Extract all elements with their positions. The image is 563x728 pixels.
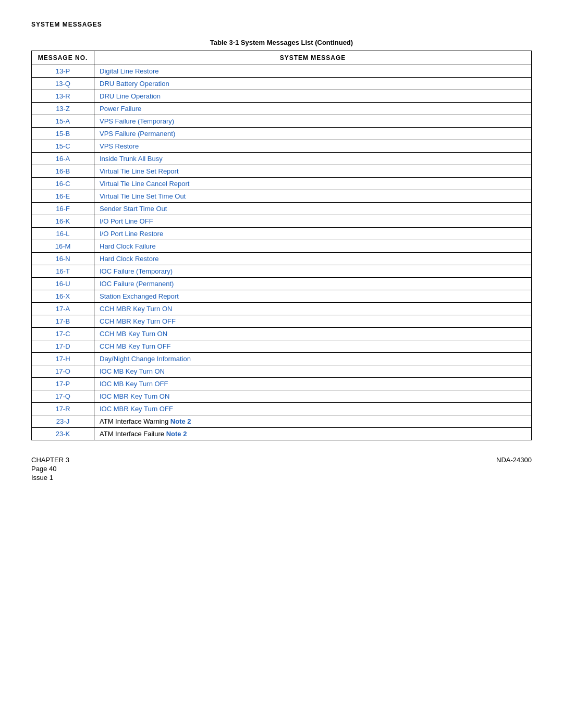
message-number: 13-R bbox=[32, 90, 94, 103]
table-row: 17-ACCH MBR Key Turn ON bbox=[32, 303, 532, 315]
message-number: 16-B bbox=[32, 165, 94, 178]
message-text: IOC Failure (Temporary) bbox=[94, 265, 532, 278]
message-text: VPS Restore bbox=[94, 140, 532, 153]
message-number: 16-U bbox=[32, 278, 94, 290]
message-text: Virtual Tie Line Set Report bbox=[94, 165, 532, 178]
page-header: SYSTEM MESSAGES bbox=[31, 21, 532, 28]
message-text: CCH MB Key Turn ON bbox=[94, 328, 532, 340]
doc-number: NDA-24300 bbox=[496, 456, 532, 464]
message-text: Virtual Tie Line Set Time Out bbox=[94, 190, 532, 203]
table-row: 17-RIOC MBR Key Turn OFF bbox=[32, 403, 532, 415]
message-number: 16-N bbox=[32, 253, 94, 265]
table-row: 15-AVPS Failure (Temporary) bbox=[32, 115, 532, 128]
message-text: ATM Interface Warning Note 2 bbox=[94, 415, 532, 428]
table-row: 17-QIOC MBR Key Turn ON bbox=[32, 390, 532, 403]
message-text: Hard Clock Failure bbox=[94, 240, 532, 253]
message-number: 16-F bbox=[32, 203, 94, 215]
table-row: 16-AInside Trunk All Busy bbox=[32, 153, 532, 165]
table-row: 15-CVPS Restore bbox=[32, 140, 532, 153]
message-number: 13-Q bbox=[32, 78, 94, 90]
table-row: 15-BVPS Failure (Permanent) bbox=[32, 128, 532, 140]
table-row: 23-KATM Interface Failure Note 2 bbox=[32, 428, 532, 440]
table-row: 17-HDay/Night Change Information bbox=[32, 353, 532, 365]
footer-left: CHAPTER 3 Page 40 Issue 1 bbox=[31, 456, 69, 482]
table-row: 16-LI/O Port Line Restore bbox=[32, 228, 532, 240]
message-text: I/O Port Line Restore bbox=[94, 228, 532, 240]
table-row: 16-TIOC Failure (Temporary) bbox=[32, 265, 532, 278]
message-number: 17-C bbox=[32, 328, 94, 340]
message-text: Virtual Tie Line Cancel Report bbox=[94, 178, 532, 190]
table-row: 16-CVirtual Tie Line Cancel Report bbox=[32, 178, 532, 190]
table-row: 17-OIOC MB Key Turn ON bbox=[32, 365, 532, 378]
col1-header: MESSAGE NO. bbox=[32, 51, 94, 65]
footer-right: NDA-24300 bbox=[496, 456, 532, 482]
message-number: 17-D bbox=[32, 340, 94, 353]
message-text: DRU Line Operation bbox=[94, 90, 532, 103]
message-text: IOC Failure (Permanent) bbox=[94, 278, 532, 290]
message-number: 17-O bbox=[32, 365, 94, 378]
table-caption: Table 3-1 System Messages List (Continue… bbox=[31, 39, 532, 46]
system-messages-table: MESSAGE NO. SYSTEM MESSAGE 13-PDigital L… bbox=[31, 51, 532, 440]
note-reference: Note 2 bbox=[170, 417, 191, 425]
message-number: 16-K bbox=[32, 215, 94, 228]
table-row: 17-PIOC MB Key Turn OFF bbox=[32, 378, 532, 390]
message-number: 15-A bbox=[32, 115, 94, 128]
table-row: 13-ZPower Failure bbox=[32, 103, 532, 115]
table-row: 23-JATM Interface Warning Note 2 bbox=[32, 415, 532, 428]
message-number: 16-L bbox=[32, 228, 94, 240]
message-number: 17-H bbox=[32, 353, 94, 365]
message-text: IOC MBR Key Turn ON bbox=[94, 390, 532, 403]
message-text: CCH MBR Key Turn OFF bbox=[94, 315, 532, 328]
chapter-label: CHAPTER 3 bbox=[31, 456, 69, 464]
message-text: VPS Failure (Permanent) bbox=[94, 128, 532, 140]
message-text: CCH MB Key Turn OFF bbox=[94, 340, 532, 353]
message-number: 16-X bbox=[32, 290, 94, 303]
message-text: IOC MBR Key Turn OFF bbox=[94, 403, 532, 415]
table-row: 16-UIOC Failure (Permanent) bbox=[32, 278, 532, 290]
table-row: 16-EVirtual Tie Line Set Time Out bbox=[32, 190, 532, 203]
message-number: 15-B bbox=[32, 128, 94, 140]
message-text: Station Exchanged Report bbox=[94, 290, 532, 303]
table-row: 16-BVirtual Tie Line Set Report bbox=[32, 165, 532, 178]
note-reference: Note 2 bbox=[166, 430, 187, 438]
table-row: 17-CCCH MB Key Turn ON bbox=[32, 328, 532, 340]
message-text: VPS Failure (Temporary) bbox=[94, 115, 532, 128]
message-number: 16-C bbox=[32, 178, 94, 190]
message-text: Power Failure bbox=[94, 103, 532, 115]
message-number: 13-P bbox=[32, 65, 94, 78]
message-number: 17-B bbox=[32, 315, 94, 328]
message-text: Digital Line Restore bbox=[94, 65, 532, 78]
message-number: 17-P bbox=[32, 378, 94, 390]
table-row: 16-MHard Clock Failure bbox=[32, 240, 532, 253]
message-text: Inside Trunk All Busy bbox=[94, 153, 532, 165]
table-row: 16-NHard Clock Restore bbox=[32, 253, 532, 265]
table-row: 13-RDRU Line Operation bbox=[32, 90, 532, 103]
table-row: 17-DCCH MB Key Turn OFF bbox=[32, 340, 532, 353]
issue-label: Issue 1 bbox=[31, 474, 69, 482]
message-text: I/O Port Line OFF bbox=[94, 215, 532, 228]
table-row: 16-FSender Start Time Out bbox=[32, 203, 532, 215]
message-text: Day/Night Change Information bbox=[94, 353, 532, 365]
table-row: 16-KI/O Port Line OFF bbox=[32, 215, 532, 228]
message-number: 16-E bbox=[32, 190, 94, 203]
message-number: 16-M bbox=[32, 240, 94, 253]
table-row: 16-XStation Exchanged Report bbox=[32, 290, 532, 303]
page-label: Page 40 bbox=[31, 465, 69, 473]
message-number: 15-C bbox=[32, 140, 94, 153]
page-footer: CHAPTER 3 Page 40 Issue 1 NDA-24300 bbox=[31, 456, 532, 482]
message-text: CCH MBR Key Turn ON bbox=[94, 303, 532, 315]
table-row: 17-BCCH MBR Key Turn OFF bbox=[32, 315, 532, 328]
col2-header: SYSTEM MESSAGE bbox=[94, 51, 532, 65]
message-number: 13-Z bbox=[32, 103, 94, 115]
message-number: 17-Q bbox=[32, 390, 94, 403]
message-number: 16-A bbox=[32, 153, 94, 165]
message-number: 23-K bbox=[32, 428, 94, 440]
message-text: ATM Interface Failure Note 2 bbox=[94, 428, 532, 440]
message-number: 16-T bbox=[32, 265, 94, 278]
table-row: 13-PDigital Line Restore bbox=[32, 65, 532, 78]
message-text: IOC MB Key Turn ON bbox=[94, 365, 532, 378]
message-number: 17-R bbox=[32, 403, 94, 415]
message-text: Hard Clock Restore bbox=[94, 253, 532, 265]
message-number: 17-A bbox=[32, 303, 94, 315]
message-text: IOC MB Key Turn OFF bbox=[94, 378, 532, 390]
